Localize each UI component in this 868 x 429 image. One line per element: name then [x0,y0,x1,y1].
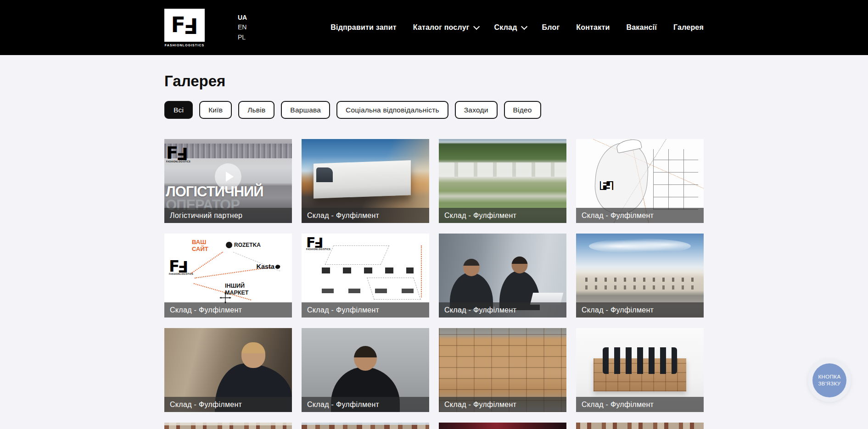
site-header: FF FASHIONLOGISTICS UA EN PL Відправити … [0,0,868,55]
item-caption: Склад - Фулфілмент [576,397,704,412]
gallery-item-partial[interactable] [302,423,429,429]
lang-pl[interactable]: PL [238,34,247,41]
rozetka-logo-icon [226,242,232,248]
sketch-box-grid [653,149,698,210]
nav-services-catalog-label: Каталог послуг [413,23,470,32]
kasta-text: Kasta [257,263,275,270]
gallery-item-video[interactable]: FF FASHIONLOGISTICS ЛОГІСТИЧНИЙ ОПЕРАТОР… [164,139,292,223]
gallery-item-marketplace-diagram[interactable]: ВАШ САЙТ ROZETKA Kasta ІНШИЙ МАРКЕТ FF F… [164,234,292,318]
filter-lviv[interactable]: Львів [238,101,274,119]
fl-logo-watermark: FF [600,181,613,190]
gallery-item-worker-woman[interactable]: Склад - Фулфілмент [164,328,292,412]
nav-contacts[interactable]: Контакти [576,23,610,32]
gallery-item-warehouse-building[interactable]: Склад - Фулфілмент [576,234,704,318]
gallery-item-worker-woman[interactable]: Склад - Фулфілмент [302,328,429,412]
page-title: Галерея [164,73,704,89]
nav-send-request[interactable]: Відправити запит [330,23,396,32]
nav-gallery-label: Галерея [673,23,704,32]
nav-services-catalog[interactable]: Каталог послуг [413,23,478,32]
nav-blog[interactable]: Блог [542,23,560,32]
diagram-your-site-label: ВАШ САЙТ [192,239,212,253]
filter-events[interactable]: Заходи [455,101,498,119]
gallery-item-partial[interactable] [439,423,566,429]
plan-outline [367,278,421,300]
item-caption: Склад - Фулфілмент [439,208,566,223]
plan-outline [325,245,390,265]
kasta-logo-icon [275,264,280,269]
video-overlay-line1: ЛОГІСТИЧНИЙ [166,185,263,198]
logo-icon: FF [164,9,205,42]
nav-blog-label: Блог [542,23,560,32]
gallery-filters: Всі Київ Львів Варшава Соціальна відпові… [164,101,704,119]
nav-gallery[interactable]: Галерея [673,23,704,32]
gallery-item-packed-boxes[interactable]: Склад - Фулфілмент [439,328,566,412]
item-caption: Склад - Фулфілмент [302,302,429,318]
rozetka-text: ROZETKA [234,242,261,248]
filter-video[interactable]: Відео [504,101,541,119]
gallery-item-truck[interactable]: Склад - Фулфілмент [302,139,429,223]
item-caption: Склад - Фулфілмент [576,208,704,223]
item-caption: Склад - Фулфілмент [439,397,566,412]
diagram-rozetka-label: ROZETKA [226,242,261,248]
lang-en[interactable]: EN [238,24,247,31]
contact-fab-line2: ЗВ'ЯЗКУ [818,380,841,387]
item-caption: Склад - Фулфілмент [576,302,704,318]
nav-contacts-label: Контакти [576,23,610,32]
gallery-item-partial[interactable] [164,423,292,429]
logo[interactable]: FF FASHIONLOGISTICS [164,9,205,47]
chevron-down-icon [521,23,527,30]
chevron-down-icon [473,23,480,30]
page-container: Галерея Всі Київ Львів Варшава Соціальна… [164,73,704,429]
play-triangle [226,172,234,182]
gallery-grid: FF FASHIONLOGISTICS ЛОГІСТИЧНИЙ ОПЕРАТОР… [164,139,704,429]
nav-send-request-label: Відправити запит [330,23,396,32]
nav-vacancies[interactable]: Вакансії [627,23,657,32]
gallery-item-team-photo[interactable]: Склад - Фулфілмент [576,328,704,412]
item-caption: Склад - Фулфілмент [164,302,292,318]
logo-brand-text: FASHIONLOGISTICS [165,44,204,47]
nav-warehouse[interactable]: Склад [494,23,526,32]
gallery-item-worker-sketch[interactable]: FF Склад - Фулфілмент [576,139,704,223]
contact-fab-line1: КНОПКА [818,373,841,380]
gallery-item-office-meeting[interactable]: Склад - Фулфілмент [439,234,566,318]
item-caption: Склад - Фулфілмент [439,302,566,318]
lang-ua[interactable]: UA [238,14,247,21]
main-nav: Відправити запит Каталог послуг Склад Бл… [330,23,704,32]
diagram-connector [190,251,223,274]
fl-monogram-icon: FF [171,17,198,33]
diagram-kasta-label: Kasta [257,263,280,270]
fl-logo-watermark: FF FASHIONLOGISTICS [169,260,193,275]
header-inner: FF FASHIONLOGISTICS UA EN PL Відправити … [164,9,704,47]
gallery-item-plan-diagram[interactable]: FF FASHIONLOGISTICS Склад - Фулфілмент [302,234,429,318]
contact-fab-ring[interactable]: КНОПКА ЗВ'ЯЗКУ [808,359,851,402]
play-icon[interactable] [215,163,241,190]
contact-fab-button[interactable]: КНОПКА ЗВ'ЯЗКУ [812,363,846,397]
filter-social-responsibility[interactable]: Соціальна відповідальність [336,101,448,119]
item-caption: Склад - Фулфілмент [302,397,429,412]
item-caption: Склад - Фулфілмент [302,208,429,223]
nav-warehouse-label: Склад [494,23,517,32]
filter-kyiv[interactable]: Київ [199,101,232,119]
language-switcher: UA EN PL [238,14,247,41]
item-caption: Склад - Фулфілмент [164,397,292,412]
gallery-item-industrial-park[interactable]: Склад - Фулфілмент [439,139,566,223]
filter-all[interactable]: Всі [164,101,193,119]
fl-logo-watermark: FF FASHIONLOGISTICS [166,146,190,163]
nav-vacancies-label: Вакансії [627,23,657,32]
gallery-item-partial[interactable] [576,423,704,429]
move-cursor-icon [219,292,231,304]
item-caption: Логістичний партнер [164,208,292,223]
fl-logo-watermark: FF FASHIONLOGISTICS [306,237,330,251]
filter-warsaw[interactable]: Варшава [281,101,330,119]
